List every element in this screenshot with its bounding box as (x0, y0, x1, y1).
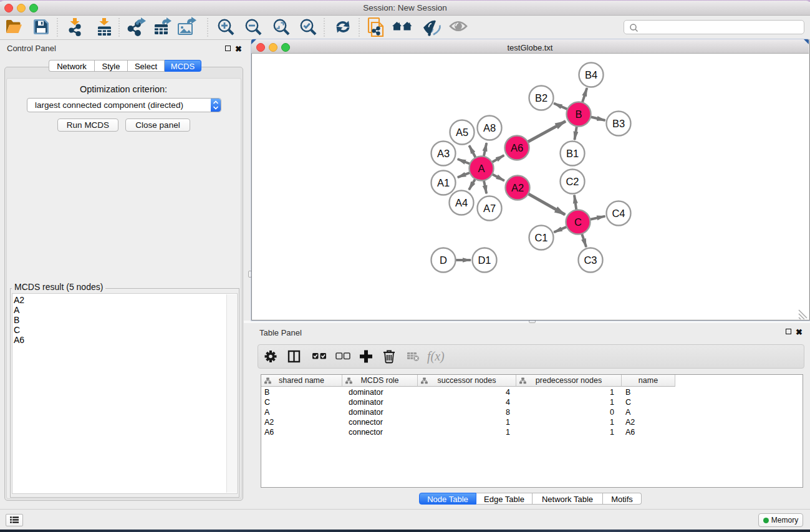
svg-text:B2: B2 (535, 92, 547, 104)
svg-text:A3: A3 (437, 148, 450, 159)
svg-text:B1: B1 (566, 148, 579, 159)
svg-text:C1: C1 (534, 232, 547, 243)
svg-text:A1: A1 (437, 177, 450, 188)
svg-text:B: B (575, 109, 582, 120)
svg-text:A7: A7 (483, 203, 496, 214)
svg-text:f(x): f(x) (427, 349, 445, 364)
svg-text:B4: B4 (585, 69, 597, 80)
svg-text:C3: C3 (584, 254, 597, 266)
svg-text:A2: A2 (511, 182, 524, 193)
svg-text:C: C (574, 216, 582, 228)
svg-text:C2: C2 (566, 176, 579, 187)
svg-text:A: A (478, 163, 485, 174)
svg-text:A8: A8 (483, 122, 496, 133)
svg-text:A4: A4 (455, 197, 468, 208)
svg-text:B3: B3 (612, 118, 625, 129)
svg-text:A6: A6 (511, 142, 523, 153)
svg-text:A5: A5 (456, 127, 468, 138)
svg-text:D: D (440, 254, 447, 266)
svg-text:C4: C4 (612, 208, 625, 219)
svg-text:D1: D1 (478, 254, 491, 266)
